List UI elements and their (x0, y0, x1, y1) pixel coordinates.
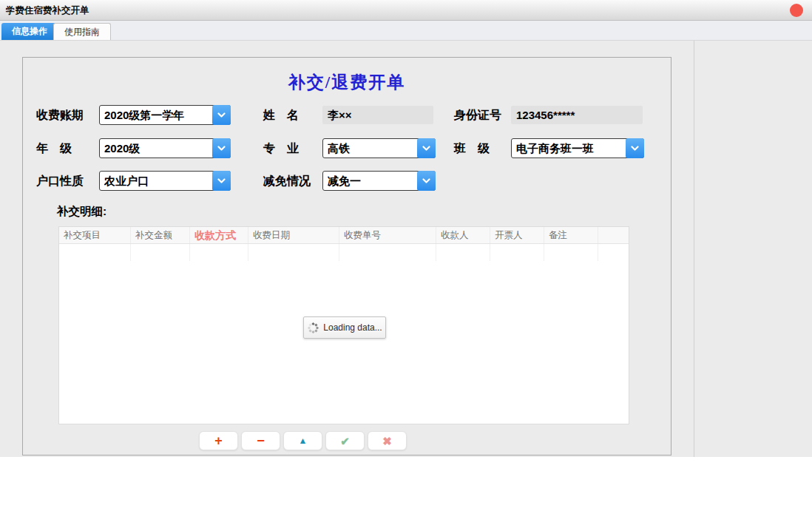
page-title: 补交/退费开单 (23, 71, 671, 94)
reduction-label: 减免情况 (263, 171, 311, 191)
details-section-label: 补交明细: (57, 204, 106, 220)
id-number-field[interactable]: 123456***** (511, 106, 643, 124)
add-row-button[interactable]: + (199, 431, 238, 450)
confirm-button[interactable]: ✔ (325, 431, 365, 450)
column-header-payment-method[interactable]: 收款方式 (190, 227, 248, 243)
cancel-button[interactable]: ✖ (368, 431, 407, 450)
major-value: 高铁 (328, 139, 416, 158)
loading-text: Loading data... (323, 322, 382, 333)
chevron-down-icon[interactable] (417, 138, 436, 158)
column-header-receipt-no[interactable]: 收费单号 (339, 227, 436, 243)
column-header-remarks[interactable]: 备注 (544, 227, 598, 243)
billing-period-select[interactable]: 2020级第一学年 (99, 105, 231, 125)
chevron-down-icon[interactable] (212, 105, 231, 125)
household-type-value: 农业户口 (104, 172, 211, 190)
details-table[interactable]: 补交项目 补交金额 收款方式 收费日期 收费单号 收款人 开票人 备注 (58, 226, 629, 424)
content-area: 补交/退费开单 收费账期 2020级第一学年 姓 名 李×× 身份证号 1234… (0, 41, 812, 457)
column-header-issuer[interactable]: 开票人 (490, 227, 544, 243)
window-title: 学费住宿费补交开单 (6, 0, 89, 21)
tab-user-guide[interactable]: 使用指南 (53, 23, 111, 40)
minus-icon: − (257, 434, 265, 447)
footer-whitespace (0, 457, 812, 508)
column-header-empty (598, 227, 629, 243)
major-select[interactable]: 高铁 (322, 138, 436, 158)
title-bar: 学费住宿费补交开单 (0, 0, 812, 21)
major-label: 专 业 (263, 138, 299, 158)
reduction-select[interactable]: 减免一 (322, 171, 436, 191)
column-header-item[interactable]: 补交项目 (59, 227, 131, 243)
table-row (59, 244, 629, 261)
grade-value: 2020级 (104, 139, 211, 158)
grade-label: 年 级 (36, 138, 72, 158)
billing-period-label: 收费账期 (36, 105, 84, 125)
id-number-label: 身份证号 (454, 105, 501, 125)
billing-panel: 补交/退费开单 收费账期 2020级第一学年 姓 名 李×× 身份证号 1234… (22, 57, 671, 455)
column-header-payee[interactable]: 收款人 (436, 227, 490, 243)
column-header-date[interactable]: 收费日期 (248, 227, 339, 243)
tab-info-operations[interactable]: 信息操作 (1, 23, 58, 40)
table-header-row: 补交项目 补交金额 收款方式 收费日期 收费单号 收款人 开票人 备注 (59, 227, 629, 244)
plus-icon: + (214, 434, 223, 447)
chevron-down-icon[interactable] (626, 138, 644, 158)
household-type-label: 户口性质 (36, 171, 84, 191)
class-select[interactable]: 电子商务班一班 (511, 138, 644, 158)
table-toolbar: + − ▲ ✔ ✖ (199, 431, 407, 450)
spinner-icon (307, 322, 319, 334)
vertical-divider (694, 41, 694, 457)
reduction-value: 减免一 (328, 172, 416, 190)
loading-indicator: Loading data... (303, 316, 386, 339)
household-type-select[interactable]: 农业户口 (99, 171, 231, 191)
triangle-up-icon: ▲ (299, 436, 308, 445)
chevron-down-icon[interactable] (212, 138, 231, 158)
billing-period-value: 2020级第一学年 (104, 106, 211, 124)
chevron-down-icon[interactable] (417, 171, 436, 191)
chevron-down-icon[interactable] (212, 171, 231, 191)
x-icon: ✖ (382, 436, 392, 447)
remove-row-button[interactable]: − (241, 431, 280, 450)
class-label: 班 级 (454, 138, 490, 158)
grade-select[interactable]: 2020级 (99, 138, 231, 158)
tab-bar: 信息操作 使用指南 (0, 21, 812, 41)
close-button[interactable] (790, 4, 803, 17)
class-value: 电子商务班一班 (516, 139, 624, 158)
name-field[interactable]: 李×× (322, 106, 433, 124)
check-icon: ✔ (340, 436, 350, 447)
column-header-amount[interactable]: 补交金额 (131, 227, 190, 243)
name-label: 姓 名 (263, 105, 299, 125)
move-up-button[interactable]: ▲ (283, 431, 322, 450)
